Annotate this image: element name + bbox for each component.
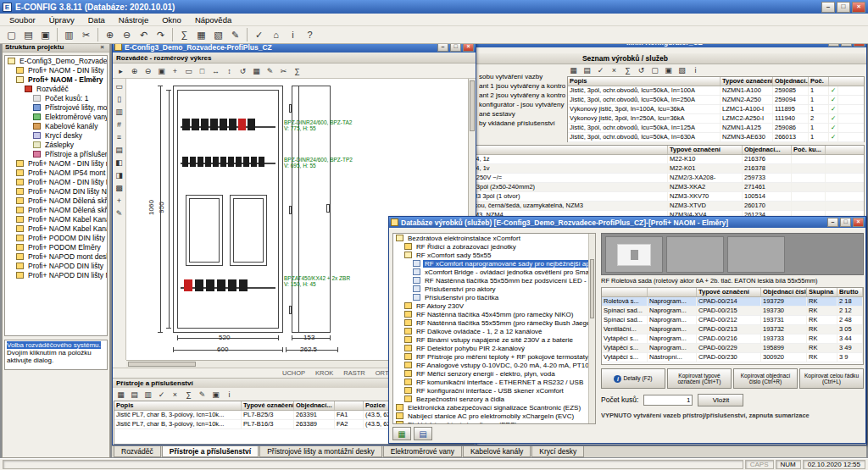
tree-item[interactable]: RF Detektor pohybu PIR 2-kanálový bbox=[393, 344, 595, 352]
close-button[interactable]: × bbox=[852, 2, 865, 13]
sum-icon[interactable]: ∑ bbox=[621, 64, 634, 76]
table-row[interactable]: Ventilační...Naprogram...CPAD-00/2131937… bbox=[602, 325, 863, 335]
list-icon[interactable]: ▦ bbox=[567, 64, 580, 76]
rect-icon[interactable]: ▭ bbox=[182, 65, 195, 77]
tab-2[interactable]: Přístroje a příslušenství bbox=[162, 446, 259, 457]
tree-item[interactable]: Profi+ NAPOD mont deska bbox=[5, 252, 107, 261]
half-right-icon[interactable]: ◨ bbox=[113, 169, 125, 181]
minimize-button[interactable]: – bbox=[827, 218, 838, 227]
sum-icon[interactable]: ∑ bbox=[176, 27, 192, 42]
link-mode-option[interactable]: by vkládané příslušenství bbox=[479, 119, 565, 129]
tree-item[interactable]: Profi+ NAOM Kabel Kanály MSW bbox=[5, 224, 107, 233]
tree-item[interactable]: Kabelové kanály bbox=[5, 121, 107, 130]
tree-item[interactable]: RF xComfort naprogramované sady pro nejb… bbox=[393, 259, 595, 268]
product-photo-slot[interactable] bbox=[666, 236, 724, 273]
tree-item[interactable]: Profi+ NAOM Kabel Kanály bbox=[5, 214, 107, 224]
tree-item[interactable]: RF Přístroje pro měření teploty + RF pok… bbox=[393, 352, 595, 361]
cut-icon[interactable]: ✂ bbox=[277, 65, 290, 77]
link-mode-option[interactable]: ant 1 jsou vytvářeny a kontrolovány va bbox=[479, 82, 565, 91]
tree-item[interactable]: Přístrojové lišty, montážní desky bbox=[5, 102, 107, 112]
copy-button-3[interactable]: Kopírovat celou řádku (Ctrl+L) bbox=[799, 368, 864, 389]
table-row[interactable]: Spínací sad...Naprogram...CPAD-00/212193… bbox=[602, 316, 863, 325]
product-photo[interactable] bbox=[605, 236, 663, 273]
table-row[interactable]: Jistič, 3pól, ochr.obvodů, Icu=50kA, In=… bbox=[568, 124, 864, 133]
tree-item[interactable]: Profi+ NAOM DIN lišty NZM sběrnice bbox=[5, 186, 107, 196]
tree-item[interactable]: Profi+ NAOM Dělená skříň Pravá bbox=[5, 205, 107, 214]
edit-icon[interactable]: ✎ bbox=[227, 27, 243, 42]
zoom-in-icon[interactable]: ⊕ bbox=[102, 27, 118, 42]
column-header[interactable]: Objednací... bbox=[294, 401, 335, 410]
square-icon[interactable]: □ bbox=[196, 65, 209, 77]
product-photo-slot[interactable] bbox=[727, 236, 785, 273]
fit-width-icon[interactable]: ↔ bbox=[209, 65, 222, 77]
details-button[interactable]: iDetaily (F2) bbox=[601, 368, 665, 389]
column-header[interactable]: Poč. ku... bbox=[792, 146, 826, 154]
tree-item[interactable]: Profi+ PODOM Elměry bbox=[5, 242, 107, 252]
column-header[interactable]: Typové označení bbox=[242, 401, 294, 410]
save-icon[interactable]: ▣ bbox=[209, 389, 222, 401]
tab-1[interactable]: Rozváděč bbox=[114, 446, 161, 457]
print-icon[interactable]: ▥ bbox=[142, 389, 154, 401]
add-tool-icon[interactable]: + bbox=[113, 195, 125, 207]
tree-item[interactable]: RF xComfort sady 55x55 bbox=[393, 251, 595, 259]
tree-item[interactable]: E-Config3_Demo_Rozvadece-ProfiPlus_CZ bbox=[5, 56, 107, 65]
tree-item[interactable]: RF Nástěnná tlačítka 45x45mm (pro rámečk… bbox=[393, 310, 595, 318]
rail-tool-icon[interactable]: ▭ bbox=[113, 80, 125, 92]
link-mode-option[interactable]: sobu vytváření vazby bbox=[479, 73, 565, 82]
open-icon[interactable]: ▤ bbox=[581, 64, 593, 76]
menu-nástroje[interactable]: Nástroje bbox=[113, 14, 154, 25]
column-header[interactable]: Brutto bbox=[837, 288, 863, 296]
zoom-out-icon[interactable]: ⊖ bbox=[142, 65, 154, 77]
sum-icon[interactable]: ∑ bbox=[182, 389, 195, 401]
zoom-window-icon[interactable]: ▣ bbox=[155, 65, 168, 77]
menu-úpravy[interactable]: Úpravy bbox=[43, 14, 81, 25]
table-row[interactable]: Jistič, 3pól, ochr.obvodů, Icu=50kA, In=… bbox=[568, 86, 864, 96]
tree-item[interactable]: RF Nástěnná tlačítka 55x55mm (pro rámečk… bbox=[393, 318, 595, 327]
tree-item[interactable]: Krycí desky bbox=[5, 130, 107, 140]
maximize-button[interactable]: □ bbox=[840, 218, 851, 227]
check-icon[interactable]: ✓ bbox=[251, 27, 267, 42]
delete-icon[interactable]: × bbox=[169, 389, 181, 401]
edit-icon[interactable]: ✎ bbox=[196, 389, 209, 401]
hatch-tool-icon[interactable]: ▩ bbox=[113, 182, 125, 194]
raster-tool-icon[interactable]: # bbox=[113, 119, 125, 130]
tree-item[interactable]: RF Měřicí senzory energií - elektro, ply… bbox=[393, 369, 595, 378]
link-mode-option[interactable]: konfigurátor - jsou vytvářeny a nejsou bbox=[479, 101, 565, 110]
table-row[interactable]: Spínací sad...Naprogram...CPAD-00/215193… bbox=[602, 307, 863, 316]
table-row[interactable]: Vytápěcí s...Nástropní...CPAD-00/2303009… bbox=[602, 353, 863, 362]
tree-item[interactable]: xComfort Bridge - ovládací jednotka osvě… bbox=[393, 268, 595, 276]
tree-item[interactable]: Nabíjecí stanice AC pro elektromobily xC… bbox=[393, 412, 595, 420]
home-icon[interactable]: ⌂ bbox=[268, 27, 284, 42]
table-row[interactable]: Jistič, 3pól, ochr.obvodů, Icu=50kA, In=… bbox=[568, 133, 864, 142]
half-left-icon[interactable]: ◧ bbox=[113, 157, 125, 169]
tree-item[interactable]: Počet kusů: 1 bbox=[5, 93, 107, 102]
fit-height-icon[interactable]: ↕ bbox=[223, 65, 236, 77]
apply-icon[interactable]: ✓ bbox=[155, 389, 168, 401]
info-icon[interactable]: i bbox=[689, 64, 702, 76]
open-icon[interactable]: ▤ bbox=[20, 27, 36, 42]
tray-tool-icon[interactable]: ▤ bbox=[113, 144, 125, 156]
link-mode-option[interactable]: ané sestavy bbox=[479, 110, 565, 119]
column-header[interactable] bbox=[602, 288, 648, 296]
tree-item[interactable]: Elektrická požární signalizace (EPS) bbox=[393, 420, 595, 424]
tree-item[interactable]: Příslušenství pro aktory bbox=[393, 285, 595, 293]
tab-5[interactable]: Kabelové kanály bbox=[463, 446, 531, 457]
column-header[interactable] bbox=[335, 401, 364, 410]
tab-3[interactable]: Přístrojové lišty a montážní desky bbox=[259, 446, 382, 457]
tree-item[interactable]: Profi+ PODOM DIN lišty bbox=[5, 233, 107, 242]
delete-icon[interactable]: × bbox=[608, 64, 620, 76]
snap-toggle-uchop[interactable]: UCHOP bbox=[282, 369, 305, 377]
tree-item[interactable]: Elektroměrové vany bbox=[5, 112, 107, 121]
tree-item[interactable]: Profi+ NAOM - DIN lišty NZM bbox=[5, 177, 107, 186]
column-header[interactable]: Popis bbox=[114, 401, 242, 410]
tree-item[interactable]: Profi+ NAOM - DIN lišty bbox=[5, 65, 107, 75]
zoom-in-icon[interactable]: ⊕ bbox=[128, 65, 141, 77]
tree-item[interactable]: RF Řídící a zobrazovací jednotky bbox=[393, 242, 595, 251]
column-tool-icon[interactable]: ▯ bbox=[113, 93, 125, 105]
apply-icon[interactable]: ✓ bbox=[594, 64, 607, 76]
refresh-icon[interactable]: ↺ bbox=[635, 64, 648, 76]
table-row[interactable]: Jistič, 3pól, ochr.obvodů, Icu=50kA, In=… bbox=[568, 96, 864, 105]
tab-6[interactable]: Krycí desky bbox=[531, 446, 584, 457]
tree-item[interactable]: Příslušenství pro tlačítka bbox=[393, 293, 595, 301]
tree-item[interactable]: RF Binární vstupy napájené ze sítě 230V … bbox=[393, 335, 595, 344]
